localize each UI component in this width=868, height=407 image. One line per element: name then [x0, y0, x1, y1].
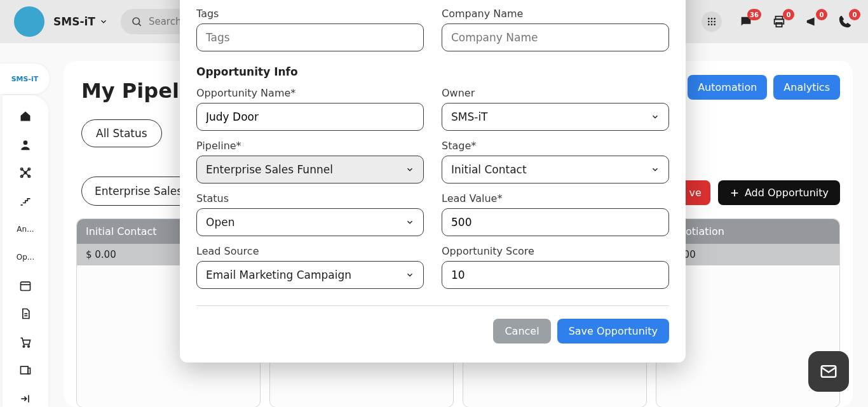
sidebar-item-network[interactable]	[10, 164, 41, 181]
pipeline-select[interactable]: Enterprise Sales Funnel	[196, 156, 424, 183]
news-icon	[19, 364, 32, 377]
sidebar-item-op[interactable]: Op...	[10, 249, 41, 265]
avatar[interactable]	[14, 6, 44, 37]
logo-pill-text: SMS-iT	[11, 75, 39, 83]
tab-label: Automation	[698, 81, 757, 93]
apps-button[interactable]	[702, 11, 722, 32]
svg-point-5	[708, 21, 710, 23]
svg-line-20	[22, 169, 25, 173]
funnel-select[interactable]: Enterprise Sales	[81, 177, 196, 206]
owner-select[interactable]: SMS-iT	[442, 103, 669, 131]
opportunity-name-field[interactable]	[196, 103, 424, 131]
svg-rect-24	[21, 282, 31, 290]
sidebar-item-docs[interactable]	[10, 305, 41, 322]
lead-source-label: Lead Source	[196, 245, 424, 257]
svg-line-22	[22, 173, 25, 177]
sidebar-item-home[interactable]	[10, 108, 41, 124]
mail-icon	[819, 362, 838, 381]
lead-source-select[interactable]: Email Marketing Campaign	[196, 261, 424, 289]
save-label: Save Opportunity	[569, 325, 658, 337]
stage-label: Stage*	[442, 140, 669, 152]
chat-badge: 36	[747, 9, 761, 20]
chat-button[interactable]: 36	[737, 13, 755, 30]
chevron-down-icon	[651, 165, 660, 174]
lead-value-field[interactable]	[442, 208, 669, 236]
sidebar-item-news[interactable]	[10, 362, 41, 378]
svg-point-6	[711, 21, 713, 23]
sidebar: An... Op...	[3, 95, 48, 407]
company-input[interactable]	[451, 31, 660, 44]
opportunity-name-label: Opportunity Name*	[196, 87, 424, 99]
svg-line-21	[25, 169, 29, 173]
card-actions: ve Add Opportunity	[681, 180, 840, 205]
opportunity-score-input[interactable]	[451, 269, 660, 281]
kanban-amount: $ 0.00	[86, 249, 116, 260]
brand-label: SMS-iT	[53, 15, 95, 28]
tab-label: Analytics	[783, 81, 830, 93]
svg-point-7	[714, 21, 715, 23]
svg-point-29	[28, 345, 30, 347]
calendar-icon	[19, 279, 32, 292]
sidebar-item-label: Op...	[17, 253, 35, 262]
save-opportunity-button[interactable]: Save Opportunity	[557, 319, 669, 344]
svg-line-1	[139, 23, 140, 25]
status-select[interactable]: Open	[196, 208, 424, 236]
lead-value-input[interactable]	[451, 216, 660, 229]
owner-label: Owner	[442, 87, 669, 99]
svg-line-23	[25, 173, 29, 177]
opportunity-name-input[interactable]	[206, 110, 414, 123]
kanban-title: Initial Contact	[86, 225, 157, 237]
tab-analytics[interactable]: Analytics	[773, 75, 840, 100]
stage-select[interactable]: Initial Contact	[442, 156, 669, 183]
opportunity-info-heading: Opportunity Info	[196, 65, 669, 78]
sidebar-item-calendar[interactable]	[10, 277, 41, 294]
archive-label: ve	[689, 187, 702, 199]
sidebar-item-cart[interactable]	[10, 334, 41, 350]
opportunity-score-label: Opportunity Score	[442, 245, 669, 257]
sidebar-item-collapse[interactable]	[10, 390, 41, 407]
tags-field[interactable]	[196, 23, 424, 51]
phone-button[interactable]: 0	[836, 13, 854, 30]
chevron-down-icon	[99, 17, 108, 26]
status-value: Open	[206, 216, 234, 229]
pipeline-label: Pipeline*	[196, 140, 424, 152]
tags-input[interactable]	[206, 31, 414, 44]
svg-rect-31	[28, 368, 30, 374]
collapse-icon	[19, 392, 32, 405]
modal-divider	[196, 305, 669, 306]
company-field[interactable]	[442, 23, 669, 51]
sidebar-item-pipeline[interactable]	[10, 192, 41, 209]
topbar-actions: 36 0 0 0	[702, 11, 854, 32]
chevron-down-icon	[405, 218, 414, 227]
funnel-select-label: Enterprise Sales	[95, 185, 182, 197]
add-opportunity-label: Add Opportunity	[745, 187, 829, 199]
status-filter-label: All Status	[96, 127, 147, 140]
svg-point-14	[24, 140, 28, 145]
opportunity-score-field[interactable]	[442, 261, 669, 289]
sidebar-item-an[interactable]: An...	[10, 221, 41, 237]
home-icon	[19, 110, 32, 123]
phone-badge: 0	[849, 9, 860, 20]
status-filter[interactable]: All Status	[81, 119, 162, 147]
chevron-down-icon	[405, 165, 414, 174]
brand-dropdown[interactable]: SMS-iT	[53, 15, 108, 28]
opportunity-modal: Tags Company Name Opportunity Info Oppor…	[180, 0, 686, 363]
chevron-down-icon	[405, 270, 414, 279]
sidebar-item-label: An...	[17, 225, 34, 234]
chevron-down-icon	[651, 112, 660, 121]
company-label: Company Name	[442, 8, 669, 20]
pipeline-value: Enterprise Sales Funnel	[206, 163, 333, 176]
sidebar-item-profile[interactable]	[10, 136, 41, 152]
cancel-label: Cancel	[505, 325, 539, 337]
announce-button[interactable]: 0	[803, 13, 821, 30]
chat-fab[interactable]	[808, 351, 849, 392]
print-button[interactable]: 0	[770, 13, 788, 30]
svg-point-0	[133, 18, 140, 25]
lead-source-value: Email Marketing Campaign	[206, 269, 351, 281]
cart-icon	[19, 336, 32, 349]
tab-automation[interactable]: Automation	[688, 75, 767, 100]
logo-pill[interactable]: SMS-iT	[0, 63, 50, 94]
add-opportunity-button[interactable]: Add Opportunity	[718, 180, 840, 205]
svg-point-4	[714, 18, 715, 20]
cancel-button[interactable]: Cancel	[493, 319, 550, 344]
